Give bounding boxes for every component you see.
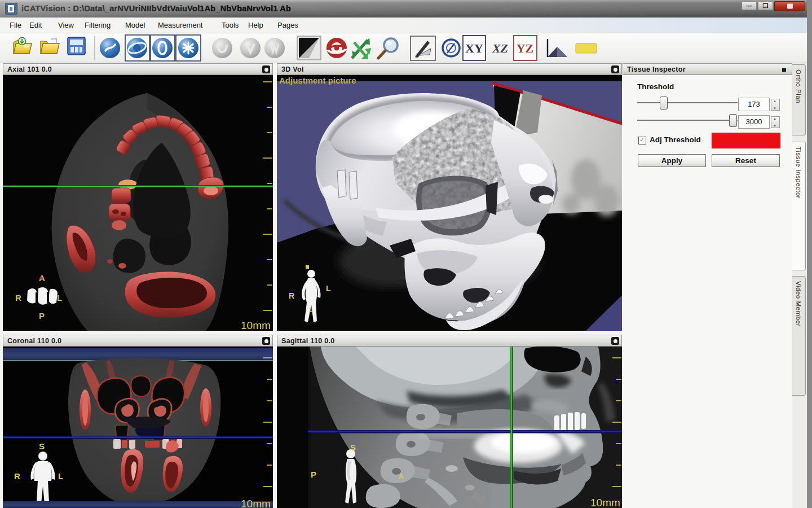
svg-text:P: P [311, 470, 316, 479]
svg-text:L: L [58, 471, 63, 481]
svg-text:R: R [289, 291, 294, 300]
svg-text:L: L [326, 284, 331, 293]
svg-text:10mm: 10mm [590, 497, 620, 508]
svg-text:10mm: 10mm [241, 498, 271, 508]
svg-text:10mm: 10mm [241, 319, 271, 331]
svg-text:P: P [39, 311, 45, 321]
svg-text:R: R [14, 471, 20, 481]
svg-text:S: S [350, 443, 356, 452]
svg-text:S: S [39, 441, 45, 451]
svg-text:XZ: XZ [492, 41, 508, 55]
svg-text:Adjustment picture: Adjustment picture [279, 76, 356, 85]
svg-text:R: R [15, 293, 21, 303]
svg-text:YZ: YZ [517, 41, 534, 55]
svg-text:L: L [57, 293, 62, 303]
svg-text:XY: XY [465, 41, 483, 55]
svg-text:A: A [399, 472, 404, 480]
svg-text:1: 1 [309, 306, 312, 313]
